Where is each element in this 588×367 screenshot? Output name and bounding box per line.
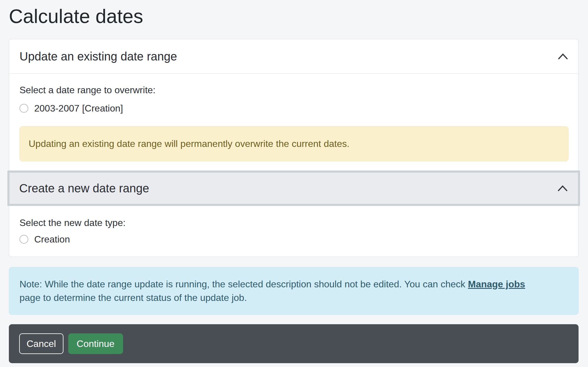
date-type-option-row[interactable]: Creation <box>19 233 569 245</box>
radio-label: Creation <box>34 234 70 245</box>
overwrite-warning-text: Updating an existing date range will per… <box>29 138 349 149</box>
accordion-card: Update an existing date range Select a d… <box>9 39 579 257</box>
cancel-button[interactable]: Cancel <box>19 333 63 354</box>
manage-jobs-link[interactable]: Manage jobs <box>468 279 525 289</box>
continue-button[interactable]: Continue <box>68 333 123 354</box>
footer-action-bar: Cancel Continue <box>9 324 579 363</box>
section-divider <box>9 73 578 74</box>
chevron-up-icon[interactable] <box>558 53 568 60</box>
job-status-note: Note: While the date range update is run… <box>9 267 579 315</box>
page-title: Calculate dates <box>9 5 143 28</box>
date-range-prompt: Select a date range to overwrite: <box>19 84 569 96</box>
section-header-update-existing[interactable]: Update an existing date range <box>9 39 578 73</box>
date-type-prompt: Select the new date type: <box>19 217 569 228</box>
calculate-dates-page: Calculate dates Update an existing date … <box>0 0 588 367</box>
radio-date-range-2003-2007[interactable] <box>19 104 28 113</box>
note-text-suffix: page to determine the current status of … <box>19 292 247 303</box>
section-title: Update an existing date range <box>19 50 177 63</box>
date-range-option-row[interactable]: 2003-2007 [Creation] <box>19 102 569 114</box>
create-section-body: Select the new date type: Creation <box>9 217 578 257</box>
chevron-up-icon[interactable] <box>558 185 568 192</box>
overwrite-warning-alert: Updating an existing date range will per… <box>19 126 569 161</box>
section-title: Create a new date range <box>19 182 149 195</box>
update-section-body: Select a date range to overwrite: 2003-2… <box>9 84 578 161</box>
page-content: Update an existing date range Select a d… <box>9 39 579 363</box>
radio-label: 2003-2007 [Creation] <box>34 103 123 114</box>
radio-date-type-creation[interactable] <box>19 235 28 244</box>
note-text-prefix: Note: While the date range update is run… <box>19 279 465 289</box>
section-header-create-new[interactable]: Create a new date range <box>7 171 580 206</box>
